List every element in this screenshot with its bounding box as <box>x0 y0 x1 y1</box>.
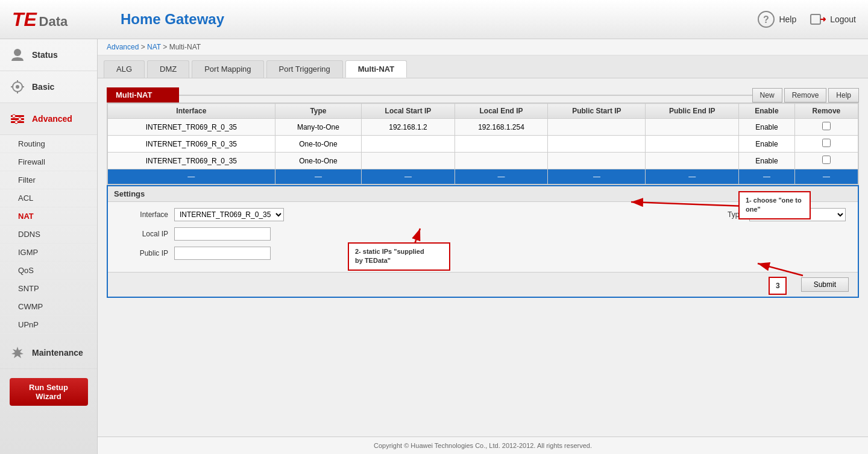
public-ip-input[interactable] <box>174 247 271 260</box>
submenu-upnp[interactable]: UPnP <box>0 316 97 334</box>
sidebar-item-advanced[interactable]: Advanced <box>0 103 97 135</box>
cell-enable-1: Enable <box>738 119 794 136</box>
submenu-nat[interactable]: NAT <box>0 207 97 225</box>
cell-local-start-3 <box>362 153 454 169</box>
svg-rect-7 <box>11 118 24 120</box>
section-title: Multi-NAT <box>107 87 179 102</box>
cell-dash-7: — <box>738 169 794 184</box>
sidebar-item-status[interactable]: Status <box>0 39 97 71</box>
logo-area: TE Data <box>12 8 108 31</box>
submenu-qos[interactable]: QoS <box>0 262 97 280</box>
breadcrumb-text: Advanced > NAT > Multi-NAT <box>107 43 201 51</box>
settings-localip-row: Local IP <box>120 227 846 241</box>
nat-table: Interface Type Local Start IP Local End … <box>107 103 858 184</box>
cell-local-start-1: 192.168.1.2 <box>362 119 454 136</box>
sidebar-item-basic[interactable]: Basic <box>0 71 97 103</box>
col-type: Type <box>275 104 362 119</box>
cell-dash-3: — <box>362 169 454 184</box>
cell-remove-3[interactable] <box>794 153 858 169</box>
col-interface: Interface <box>108 104 275 119</box>
cell-public-start-1 <box>548 119 646 136</box>
table-row[interactable]: INTERNET_TR069_R_0_35 Many-to-One 192.16… <box>108 119 858 136</box>
cell-remove-2[interactable] <box>794 136 858 153</box>
col-public-start-ip: Public Start IP <box>548 104 646 119</box>
cell-public-start-3 <box>548 153 646 169</box>
main-layout: Status Basic <box>0 39 868 454</box>
cell-local-end-3 <box>454 153 548 169</box>
cell-local-end-1: 192.168.1.254 <box>454 119 548 136</box>
col-local-end-ip: Local End IP <box>454 104 548 119</box>
header-title: Home Gateway <box>108 11 757 28</box>
logout-button[interactable]: Logout <box>808 10 856 28</box>
annotation-3: 3 <box>769 277 787 295</box>
annotation-1: 1- choose "one to one" <box>738 191 811 219</box>
col-remove: Remove <box>794 104 858 119</box>
sidebar-advanced-label: Advanced <box>32 114 72 124</box>
cell-dash-6: — <box>646 169 738 184</box>
annotation-2: 2- static IPs "suppliedby TEData" <box>348 242 450 271</box>
cell-remove-1[interactable] <box>794 119 858 136</box>
cell-dash-5: — <box>548 169 646 184</box>
settings-publicip-row: Public IP <box>120 247 846 260</box>
logo-data: Data <box>39 14 68 29</box>
breadcrumb-advanced[interactable]: Advanced <box>107 43 139 51</box>
cell-type-1: Many-to-One <box>275 119 362 136</box>
svg-point-9 <box>13 115 16 118</box>
local-ip-input[interactable] <box>174 227 271 241</box>
cell-enable-2: Enable <box>738 136 794 153</box>
cell-public-end-2 <box>646 136 738 153</box>
help-label: Help <box>779 14 796 24</box>
run-wizard-button[interactable]: Run Setup Wizard <box>10 378 88 406</box>
tab-dmz[interactable]: DMZ <box>147 60 189 78</box>
breadcrumb-nat[interactable]: NAT <box>147 43 161 51</box>
interface-select[interactable]: INTERNET_TR069_R_0_35 <box>174 208 284 221</box>
cell-public-end-3 <box>646 153 738 169</box>
submenu-sntp[interactable]: SNTP <box>0 280 97 298</box>
help-table-button[interactable]: Help <box>828 88 859 102</box>
header: TE Data Home Gateway ? Help Logout <box>0 0 868 39</box>
help-button[interactable]: ? Help <box>757 10 796 28</box>
remove-checkbox-1[interactable] <box>822 122 831 130</box>
section-header: Multi-NAT New Remove Help <box>107 87 859 102</box>
logo-te: TE <box>12 8 37 30</box>
submenu-firewall[interactable]: Firewall <box>0 153 97 171</box>
cell-type-3: One-to-One <box>275 153 362 169</box>
tab-alg[interactable]: ALG <box>104 60 145 78</box>
header-actions: ? Help Logout <box>757 10 856 28</box>
remove-checkbox-3[interactable] <box>822 156 831 164</box>
settings-interface-row: Interface INTERNET_TR069_R_0_35 Type Man… <box>120 208 846 221</box>
cell-dash-1: — <box>108 169 275 184</box>
table-row[interactable]: INTERNET_TR069_R_0_35 One-to-One Enable <box>108 153 858 169</box>
tab-port-triggering[interactable]: Port Triggering <box>266 60 343 78</box>
sidebar-maintenance-label: Maintenance <box>32 348 83 358</box>
new-button[interactable]: New <box>752 88 782 102</box>
page-content: Multi-NAT New Remove Help Interface Type… <box>98 78 868 437</box>
cell-public-end-1 <box>646 119 738 136</box>
cell-interface-2: INTERNET_TR069_R_0_35 <box>108 136 275 153</box>
svg-text:?: ? <box>763 14 769 25</box>
cell-dash-2: — <box>275 169 362 184</box>
submenu-filter[interactable]: Filter <box>0 171 97 189</box>
submenu-acl[interactable]: ACL <box>0 189 97 207</box>
table-row-selected[interactable]: — — — — — — — — <box>108 169 858 184</box>
tab-port-mapping[interactable]: Port Mapping <box>192 60 263 78</box>
settings-footer: Submit <box>108 272 858 297</box>
submenu-ddns[interactable]: DDNS <box>0 225 97 244</box>
table-row[interactable]: INTERNET_TR069_R_0_35 One-to-One Enable <box>108 136 858 153</box>
submenu-cwmp[interactable]: CWMP <box>0 298 97 316</box>
type-label: Type <box>695 210 743 219</box>
tab-multi-nat[interactable]: Multi-NAT <box>345 60 407 78</box>
svg-point-3 <box>14 49 21 56</box>
submit-button[interactable]: Submit <box>801 277 849 292</box>
content-area: Advanced > NAT > Multi-NAT ALG DMZ Port … <box>98 39 868 454</box>
cell-type-2: One-to-One <box>275 136 362 153</box>
submenu-routing[interactable]: Routing <box>0 135 97 153</box>
status-icon <box>9 46 26 63</box>
remove-checkbox-2[interactable] <box>822 139 831 147</box>
svg-rect-2 <box>811 14 820 24</box>
cell-interface-3: INTERNET_TR069_R_0_35 <box>108 153 275 169</box>
submenu-igmp[interactable]: IGMP <box>0 244 97 262</box>
remove-button[interactable]: Remove <box>784 88 827 102</box>
sidebar-item-maintenance[interactable]: Maintenance <box>0 337 97 369</box>
sidebar: Status Basic <box>0 39 98 454</box>
